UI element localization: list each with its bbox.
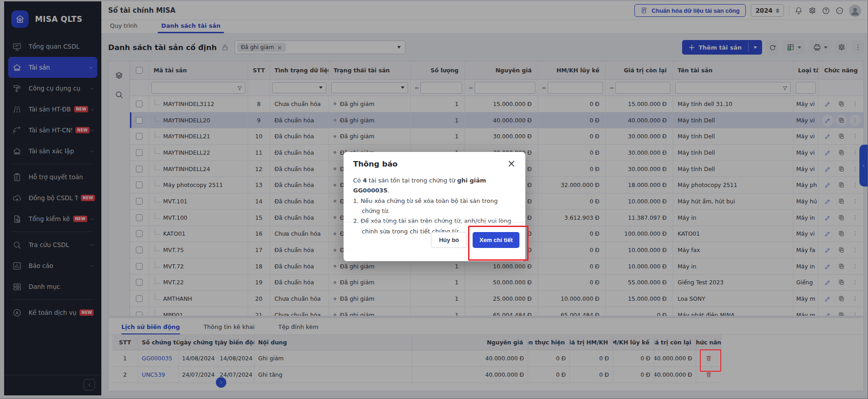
dialog-footer: Hủy bỏ Xem chi tiết	[344, 232, 519, 248]
close-icon[interactable]: ×	[505, 157, 518, 171]
dialog-body: Có 4 tài sản tồn tại trong chứng từ ghi …	[353, 176, 517, 237]
app-window: MISA QLTS Tổng quan CSDLTài sảnCông cụ d…	[0, 0, 868, 399]
cancel-button[interactable]: Hủy bỏ	[431, 232, 467, 248]
dialog-footer-divider	[344, 222, 525, 222]
dialog-title: Thông báo	[353, 160, 398, 168]
notification-dialog: Thông báo × Có 4 tài sản tồn tại trong c…	[344, 152, 525, 261]
dialog-intro-line: Có 4 tài sản tồn tại trong chứng từ ghi …	[353, 176, 517, 196]
dialog-line-1: 1. Nếu xóa chứng từ sẽ xóa toàn bộ tài s…	[353, 196, 517, 217]
view-details-button[interactable]: Xem chi tiết	[473, 232, 519, 248]
